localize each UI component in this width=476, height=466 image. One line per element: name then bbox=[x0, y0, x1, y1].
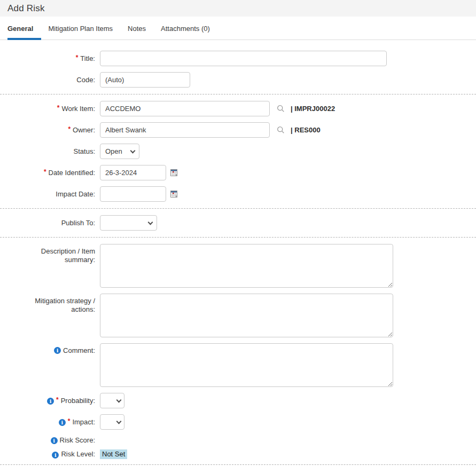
owner-code-ref: | RES000 bbox=[291, 126, 321, 134]
title-input[interactable] bbox=[100, 51, 387, 66]
calendar-icon[interactable] bbox=[170, 191, 177, 198]
impact-date-label: Impact Date: bbox=[0, 186, 100, 202]
required-marker: * bbox=[57, 104, 60, 112]
work-item-input[interactable] bbox=[100, 101, 270, 116]
calendar-icon[interactable] bbox=[170, 169, 177, 176]
title-row: * Title: bbox=[0, 51, 476, 66]
required-marker: * bbox=[56, 396, 59, 404]
required-marker: * bbox=[76, 53, 79, 62]
mitigation-strategy-label: Mitigation strategy / actions: bbox=[0, 294, 100, 337]
owner-label: * Owner: bbox=[0, 122, 100, 138]
section-divider bbox=[0, 208, 476, 209]
work-item-search-icon[interactable] bbox=[277, 105, 285, 113]
tab-mitigation-plan-items[interactable]: Mitigation Plan Items bbox=[48, 25, 121, 40]
impact-date-row: Impact Date: bbox=[0, 186, 476, 202]
risk-level-badge: Not Set bbox=[100, 449, 127, 459]
work-item-label: * Work Item: bbox=[0, 101, 100, 116]
code-row: Code: bbox=[0, 72, 476, 88]
section-divider bbox=[0, 94, 476, 94]
mitigation-strategy-textarea[interactable] bbox=[100, 294, 393, 337]
mitigation-strategy-row: Mitigation strategy / actions: bbox=[0, 294, 476, 337]
impact-row: i * Impact: bbox=[0, 414, 476, 430]
required-marker: * bbox=[44, 168, 46, 176]
info-icon[interactable]: i bbox=[54, 347, 61, 354]
required-marker: * bbox=[68, 125, 71, 133]
code-label: Code: bbox=[0, 72, 100, 88]
date-identified-row: * Date Identified: bbox=[0, 165, 476, 180]
date-identified-input[interactable] bbox=[100, 165, 166, 180]
work-item-row: * Work Item: | IMPRJ00022 bbox=[0, 101, 476, 116]
tab-notes[interactable]: Notes bbox=[128, 25, 154, 40]
status-select[interactable]: Open bbox=[100, 144, 139, 159]
publish-to-select[interactable] bbox=[100, 215, 157, 231]
general-form: * Title: Code: * Work Item: | IMPRJ00022 bbox=[0, 40, 476, 465]
risk-level-row: i Risk Level: Not Set bbox=[0, 449, 476, 459]
owner-input[interactable] bbox=[100, 122, 270, 138]
probability-row: i * Probability: bbox=[0, 393, 476, 408]
comment-label: i Comment: bbox=[0, 343, 100, 387]
info-icon[interactable]: i bbox=[52, 452, 59, 459]
publish-to-label: Publish To: bbox=[0, 215, 100, 231]
impact-date-input[interactable] bbox=[100, 186, 166, 202]
info-icon[interactable]: i bbox=[51, 437, 58, 444]
risk-level-label: i Risk Level: bbox=[0, 449, 100, 459]
page-title: Add Risk bbox=[7, 3, 45, 14]
title-label: * Title: bbox=[0, 51, 100, 66]
description-textarea[interactable] bbox=[100, 244, 393, 288]
probability-select[interactable] bbox=[100, 393, 124, 408]
risk-score-row: i Risk Score: bbox=[0, 436, 476, 445]
date-identified-label: * Date Identified: bbox=[0, 165, 100, 180]
impact-select[interactable] bbox=[100, 414, 124, 430]
description-row: Description / Item summary: bbox=[0, 244, 476, 288]
section-divider bbox=[0, 237, 476, 238]
probability-label: i * Probability: bbox=[0, 393, 100, 408]
status-row: Status: Open bbox=[0, 144, 476, 159]
section-divider bbox=[0, 464, 476, 465]
comment-textarea[interactable] bbox=[100, 343, 393, 387]
work-item-code-ref: | IMPRJ00022 bbox=[291, 105, 335, 113]
description-label: Description / Item summary: bbox=[0, 244, 100, 288]
owner-row: * Owner: | RES000 bbox=[0, 122, 476, 138]
dialog-header: Add Risk bbox=[0, 0, 476, 17]
tab-bar: General Mitigation Plan Items Notes Atta… bbox=[0, 17, 476, 40]
tab-attachments[interactable]: Attachments (0) bbox=[161, 25, 218, 40]
impact-label: i * Impact: bbox=[0, 414, 100, 430]
code-input[interactable] bbox=[100, 72, 190, 88]
required-marker: * bbox=[68, 417, 71, 425]
comment-row: i Comment: bbox=[0, 343, 476, 387]
owner-search-icon[interactable] bbox=[277, 126, 285, 134]
info-icon[interactable]: i bbox=[59, 419, 66, 426]
risk-score-label: i Risk Score: bbox=[0, 436, 100, 445]
publish-to-row: Publish To: bbox=[0, 215, 476, 231]
info-icon[interactable]: i bbox=[47, 398, 54, 405]
status-label: Status: bbox=[0, 144, 100, 159]
tab-general[interactable]: General bbox=[7, 25, 41, 40]
